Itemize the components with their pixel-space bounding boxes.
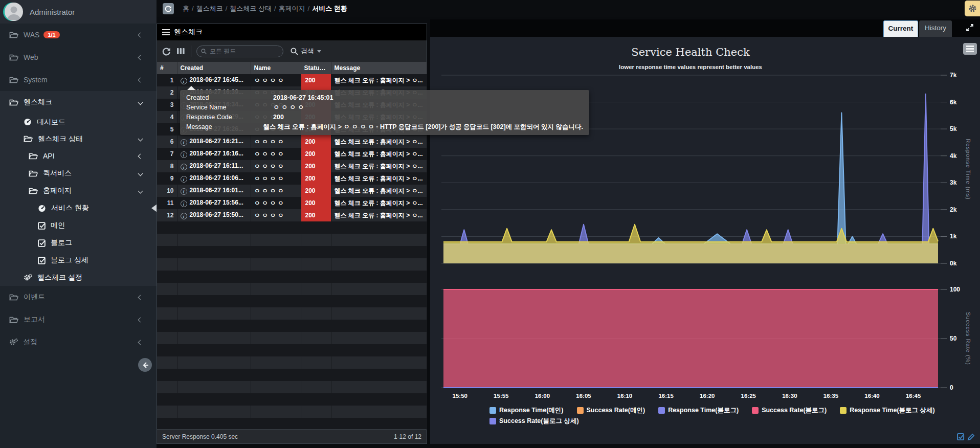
legend-item[interactable]: Success Rate(메인): [577, 406, 645, 415]
legend-item[interactable]: Response Time(블로그 상세): [840, 406, 934, 415]
legend-item[interactable]: Response Time(블로그): [658, 406, 739, 415]
sidebar-item-퀵서비스[interactable]: 퀵서비스: [0, 165, 157, 182]
sidebar-item-보고서[interactable]: 보고서: [0, 308, 157, 331]
sidebar-item-WAS[interactable]: WAS1/1: [0, 24, 157, 46]
breadcrumb-refresh-button[interactable]: [163, 3, 174, 14]
settings-button[interactable]: [965, 1, 980, 16]
column-header-Created[interactable]: Created: [177, 62, 251, 74]
gauge-icon: [24, 118, 32, 126]
sidebar-item-이벤트[interactable]: 이벤트: [0, 286, 157, 308]
empty-table-row: [157, 246, 427, 258]
sidebar-item-메인[interactable]: 메인: [0, 217, 157, 234]
table-row[interactable]: 9i2018-06-27 16:06...ㅇ ㅇ ㅇ ㅇ200헬스 체크 오류 …: [157, 172, 427, 185]
sidebar-item-헬스체크-설정[interactable]: 헬스체크 설정: [0, 269, 157, 286]
sidebar-item-label: 퀵서비스: [43, 169, 72, 178]
info-icon[interactable]: i: [181, 151, 187, 158]
status-badge: 200: [301, 148, 331, 160]
status-cell: 200: [301, 185, 331, 197]
svg-text:Response Time (ms): Response Time (ms): [965, 139, 971, 199]
sidebar-item-대시보드[interactable]: 대시보드: [0, 114, 157, 130]
tab-current[interactable]: Current: [883, 20, 918, 37]
status-cell: 200: [301, 74, 331, 86]
panel-title-bar[interactable]: 헬스체크: [157, 24, 427, 40]
table-row[interactable]: 6i2018-06-27 16:21...ㅇ ㅇ ㅇ ㅇ200헬스 체크 오류 …: [157, 136, 427, 148]
breadcrumb-link[interactable]: 홈페이지: [279, 4, 305, 13]
info-icon[interactable]: i: [181, 164, 187, 170]
checkbox-icon: [38, 222, 46, 230]
column-header-Name[interactable]: Name: [251, 62, 301, 74]
chart-context-menu-button[interactable]: [963, 43, 977, 55]
sidebar-item-설정[interactable]: 설정: [0, 331, 157, 353]
tooltip-field-label: Message: [186, 122, 263, 132]
sidebar-item-홈페이지[interactable]: 홈페이지: [0, 182, 157, 199]
svg-text:7k: 7k: [950, 72, 957, 79]
sidebar-item-label: WAS: [24, 31, 39, 39]
empty-table-row: [157, 369, 427, 381]
message-cell: 헬스 체크 오류 : 홈페이지 > ㅇ...: [331, 160, 427, 172]
search-button[interactable]: 검색: [291, 47, 321, 56]
sidebar-item-Web[interactable]: Web: [0, 46, 157, 69]
info-icon[interactable]: i: [181, 176, 187, 183]
breadcrumb-link[interactable]: 홈: [183, 4, 189, 13]
sidebar-item-label: 대시보드: [37, 118, 65, 127]
search-icon: [291, 48, 298, 55]
legend-item[interactable]: Response Time(메인): [489, 406, 564, 415]
svg-text:0k: 0k: [950, 260, 957, 267]
column-header-#[interactable]: #: [157, 62, 177, 74]
table-row[interactable]: 8i2018-06-27 16:11...ㅇ ㅇ ㅇ ㅇ200헬스 체크 오류 …: [157, 160, 427, 172]
sidebar-item-System[interactable]: System: [0, 69, 157, 91]
table-row[interactable]: 11i2018-06-27 15:56...ㅇ ㅇ ㅇ ㅇ200헬스 체크 오류…: [157, 197, 427, 209]
table-row[interactable]: 1i2018-06-27 16:45...ㅇ ㅇ ㅇ ㅇ200헬스 체크 오류 …: [157, 74, 427, 86]
checkbox-icon[interactable]: [957, 433, 965, 441]
sidebar-item-API[interactable]: API: [0, 147, 157, 165]
message-cell: 헬스 체크 오류 : 홈페이지 > ㅇ...: [331, 172, 427, 185]
legend-label: Success Rate(블로그 상세): [499, 417, 579, 425]
row-number: 5: [157, 123, 177, 136]
svg-text:4k: 4k: [950, 152, 957, 160]
info-icon[interactable]: i: [181, 200, 187, 207]
column-header-Message[interactable]: Message: [331, 62, 427, 74]
status-badge: 200: [301, 185, 331, 197]
folder-icon: [24, 135, 33, 143]
user-panel[interactable]: Administrator: [0, 0, 157, 24]
table-header-row[interactable]: #CreatedNameStatus...Message: [157, 62, 427, 74]
sidebar-item-블로그[interactable]: 블로그: [0, 234, 157, 252]
table-row[interactable]: 10i2018-06-27 16:01...ㅇ ㅇ ㅇ ㅇ200헬스 체크 오류…: [157, 185, 427, 197]
info-icon[interactable]: i: [181, 213, 187, 219]
sidebar-item-헬스체크-상태[interactable]: 헬스체크 상태: [0, 130, 157, 147]
columns-button[interactable]: [177, 47, 185, 55]
expand-button[interactable]: [966, 24, 974, 34]
table-refresh-button[interactable]: [162, 47, 171, 56]
created-cell: i2018-06-27 15:50...: [177, 209, 251, 221]
table-row[interactable]: 7i2018-06-27 16:16...ㅇ ㅇ ㅇ ㅇ200헬스 체크 오류 …: [157, 148, 427, 160]
tab-history[interactable]: History: [919, 20, 952, 37]
sidebar-item-label: System: [24, 76, 48, 84]
legend-item[interactable]: Success Rate(블로그 상세): [489, 417, 579, 425]
column-header-Status[interactable]: Status...: [301, 62, 331, 74]
row-number: 1: [157, 74, 177, 86]
info-icon[interactable]: i: [181, 188, 187, 195]
sidebar-item-블로그-상세[interactable]: 블로그 상세: [0, 252, 157, 269]
row-number: 7: [157, 148, 177, 160]
name-cell: ㅇ ㅇ ㅇ ㅇ: [251, 197, 301, 209]
info-icon[interactable]: i: [181, 78, 187, 84]
folder-icon: [29, 187, 38, 195]
search-input[interactable]: [210, 48, 276, 55]
svg-text:3k: 3k: [950, 179, 957, 186]
created-cell: i2018-06-27 16:16...: [177, 148, 251, 160]
breadcrumb-link[interactable]: 헬스체크 상태: [230, 4, 272, 13]
breadcrumb-link[interactable]: 헬스체크: [196, 4, 223, 13]
refresh-icon: [162, 47, 171, 56]
legend-item[interactable]: Success Rate(블로그): [752, 406, 827, 415]
table-row[interactable]: 12i2018-06-27 15:50...ㅇ ㅇ ㅇ ㅇ200헬스 체크 오류…: [157, 209, 427, 221]
sidebar-collapse-button[interactable]: [138, 358, 152, 372]
search-field[interactable]: [196, 46, 283, 57]
info-icon[interactable]: i: [181, 139, 187, 146]
gears-icon: [9, 338, 18, 346]
empty-table-row: [157, 356, 427, 369]
name-cell: ㅇ ㅇ ㅇ ㅇ: [251, 185, 301, 197]
pencil-icon[interactable]: [967, 433, 975, 441]
svg-text:16:20: 16:20: [700, 393, 715, 399]
sidebar-item-서비스-현황[interactable]: 서비스 현황: [0, 199, 157, 217]
sidebar-item-헬스체크[interactable]: 헬스체크: [0, 91, 157, 114]
